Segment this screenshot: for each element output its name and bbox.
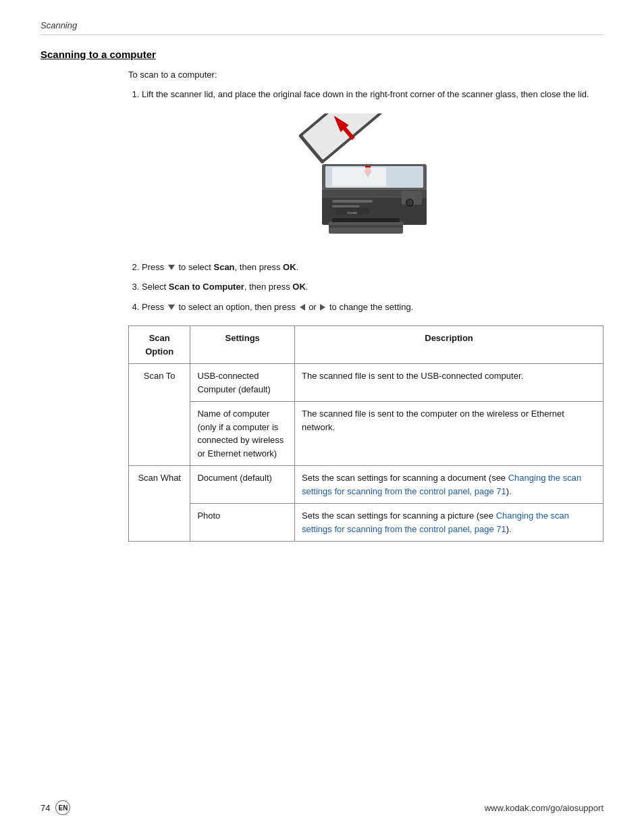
scan-what-option-cell: Scan What bbox=[129, 466, 190, 542]
table-row-scan-what-2: Photo Sets the scan settings for scannin… bbox=[129, 504, 603, 542]
footer-url: www.kodak.com/go/aiosupport bbox=[485, 803, 603, 813]
scan-to-setting-network: Name of computer (only if a computer is … bbox=[190, 402, 295, 466]
step-3-text: Select Scan to Computer, then press OK. bbox=[142, 282, 308, 292]
col-header-settings: Settings bbox=[190, 326, 295, 364]
page-header: Scanning bbox=[41, 20, 603, 35]
svg-text:Kodak: Kodak bbox=[348, 211, 358, 215]
step-2-text: Press to select Scan, then press OK. bbox=[142, 262, 298, 272]
svg-rect-15 bbox=[332, 205, 359, 207]
step-1: Lift the scanner lid, and place the orig… bbox=[142, 88, 603, 249]
step-2: Press to select Scan, then press OK. bbox=[142, 261, 603, 274]
svg-rect-14 bbox=[332, 200, 373, 203]
svg-rect-11 bbox=[332, 167, 386, 186]
scan-what-desc-photo: Sets the scan settings for scanning a pi… bbox=[295, 504, 603, 542]
lang-badge: EN bbox=[55, 800, 70, 815]
link-scan-settings-photo[interactable]: Changing the scan settings for scanning … bbox=[302, 511, 569, 534]
scan-to-desc-usb: The scanned file is sent to the USB-conn… bbox=[295, 364, 603, 402]
arrow-right-icon bbox=[320, 304, 325, 311]
arrow-down-icon bbox=[168, 265, 175, 270]
step-4-text: Press to select an option, then press or… bbox=[142, 302, 413, 312]
scan-what-desc-document: Sets the scan settings for scanning a do… bbox=[295, 466, 603, 504]
printer-illustration: Kodak bbox=[295, 113, 450, 249]
scan-options-table: ScanOption Settings Description Scan To … bbox=[128, 325, 603, 542]
table-row-scan-to-2: Name of computer (only if a computer is … bbox=[129, 402, 603, 466]
scan-to-option-cell: Scan To bbox=[129, 364, 190, 466]
table-header-row: ScanOption Settings Description bbox=[129, 326, 603, 364]
printer-image: Kodak bbox=[142, 113, 603, 249]
col-header-scan-option: ScanOption bbox=[129, 326, 190, 364]
step-1-text: Lift the scanner lid, and place the orig… bbox=[142, 89, 589, 99]
svg-rect-3 bbox=[332, 218, 400, 222]
scan-what-setting-document: Document (default) bbox=[190, 466, 295, 504]
arrow-left-icon bbox=[300, 304, 305, 311]
arrow-down-icon-2 bbox=[168, 305, 175, 310]
table-row-scan-to-1: Scan To USB-connected Computer (default)… bbox=[129, 364, 603, 402]
page-container: Scanning Scanning to a computer To scan … bbox=[0, 0, 644, 834]
svg-point-13 bbox=[407, 200, 412, 205]
page-footer: 74 EN www.kodak.com/go/aiosupport bbox=[41, 800, 603, 815]
step-4: Press to select an option, then press or… bbox=[142, 301, 603, 314]
steps-list: Lift the scanner lid, and place the orig… bbox=[142, 88, 603, 313]
scan-to-setting-usb: USB-connected Computer (default) bbox=[190, 364, 295, 402]
footer-page-info: 74 EN bbox=[41, 800, 70, 815]
content-area: To scan to a computer: Lift the scanner … bbox=[128, 70, 603, 542]
step-3: Select Scan to Computer, then press OK. bbox=[142, 280, 603, 294]
col-header-description: Description bbox=[295, 326, 603, 364]
table-row-scan-what-1: Scan What Document (default) Sets the sc… bbox=[129, 466, 603, 504]
svg-rect-16 bbox=[329, 225, 403, 228]
scan-what-setting-photo: Photo bbox=[190, 504, 295, 542]
page-number: 74 bbox=[41, 803, 50, 813]
intro-text: To scan to a computer: bbox=[128, 70, 603, 80]
scan-to-desc-network: The scanned file is sent to the computer… bbox=[295, 402, 603, 466]
header-title: Scanning bbox=[41, 20, 77, 30]
section-title: Scanning to a computer bbox=[41, 49, 603, 60]
link-scan-settings-doc[interactable]: Changing the scan settings for scanning … bbox=[302, 473, 581, 496]
